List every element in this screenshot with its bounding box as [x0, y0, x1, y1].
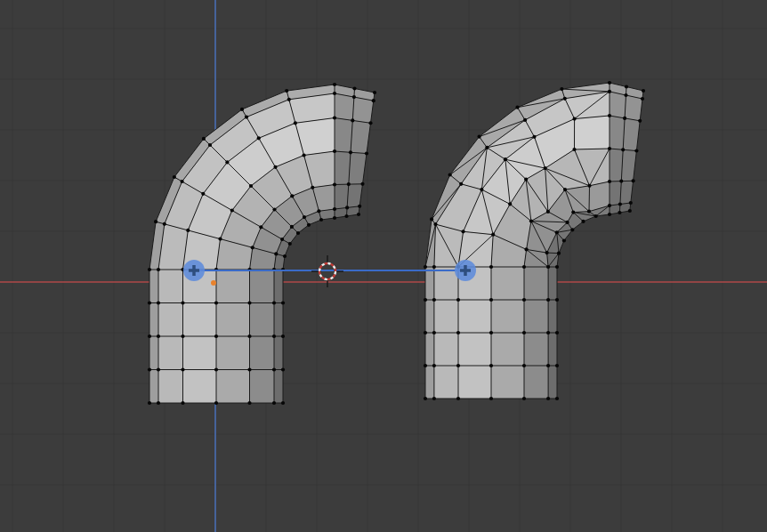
object-origin-dot — [211, 280, 216, 286]
viewport-background — [0, 0, 767, 532]
spin-gizmo-handle-left[interactable] — [183, 260, 205, 281]
viewport-canvas — [0, 0, 767, 532]
spin-gizmo-handle-right[interactable] — [455, 260, 476, 281]
blender-3d-viewport[interactable] — [0, 0, 767, 532]
